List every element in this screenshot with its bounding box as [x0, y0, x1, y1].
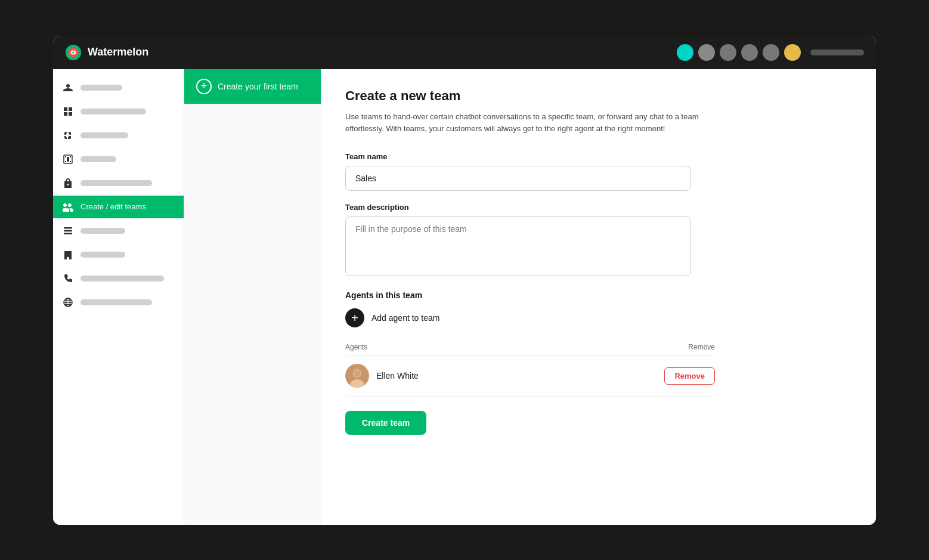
sidebar-item-person[interactable] — [53, 76, 184, 99]
app-title: Watermelon — [88, 46, 148, 58]
sidebar-label-bar-3 — [80, 132, 128, 138]
svg-rect-8 — [70, 161, 71, 162]
topbar-dot-3[interactable] — [720, 44, 736, 61]
team-description-label: Team description — [345, 203, 852, 212]
puzzle-icon — [63, 130, 73, 141]
agent-row: Ellen White Remove — [345, 355, 715, 397]
lock-icon — [63, 178, 73, 188]
sidebar-item-teams-label: Create / edit teams — [80, 202, 146, 211]
sidebar-label-bar-5 — [80, 180, 152, 186]
sidebar-item-list[interactable] — [53, 219, 184, 242]
list-icon — [63, 225, 73, 236]
sidebar-label-bar-9 — [80, 276, 164, 281]
sidebar-item-phone[interactable] — [53, 267, 184, 290]
sidebar-item-film[interactable] — [53, 148, 184, 171]
topbar-dot-6[interactable] — [784, 44, 801, 61]
sidebar-label-bar-1 — [80, 85, 122, 91]
svg-rect-10 — [64, 227, 72, 229]
agent-avatar — [345, 364, 369, 388]
sidebar-item-puzzle[interactable] — [53, 124, 184, 147]
app-window: Watermelon — [53, 36, 876, 525]
svg-rect-9 — [67, 157, 69, 162]
logo-icon — [65, 44, 82, 61]
sidebar-label-bar-4 — [80, 156, 116, 162]
agents-section-title: Agents in this team — [345, 290, 852, 300]
agents-table-header: Agents Remove — [345, 339, 715, 355]
topbar-dot-1[interactable] — [677, 44, 693, 61]
agents-section: Agents in this team + Add agent to team … — [345, 290, 852, 397]
topbar: Watermelon — [53, 36, 876, 69]
agents-column-header: Agents — [345, 343, 367, 351]
svg-rect-5 — [65, 156, 66, 157]
sidebar-item-grid[interactable] — [53, 100, 184, 123]
svg-point-3 — [72, 51, 75, 54]
create-first-team-button[interactable]: + Create your first team — [184, 69, 321, 104]
main-layout: Create / edit teams — [53, 69, 876, 525]
sidebar-item-building[interactable] — [53, 243, 184, 266]
remove-column-header: Remove — [688, 343, 715, 351]
team-description-input[interactable] — [345, 216, 691, 276]
create-first-team-label: Create your first team — [218, 82, 298, 91]
team-name-group: Team name — [345, 152, 852, 191]
team-name-label: Team name — [345, 152, 852, 161]
people-icon — [63, 202, 73, 212]
film-icon — [63, 154, 73, 165]
topbar-dot-4[interactable] — [741, 44, 758, 61]
building-icon — [63, 249, 73, 260]
sidebar-label-bar-10 — [80, 299, 152, 305]
plus-circle-icon: + — [196, 79, 212, 94]
topbar-dot-2[interactable] — [698, 44, 715, 61]
panel-middle: + Create your first team — [184, 69, 321, 525]
page-description: Use teams to hand-over certain chatbot c… — [345, 111, 703, 136]
sidebar-label-bar-7 — [80, 228, 125, 234]
team-name-input[interactable] — [345, 166, 691, 191]
topbar-bar — [810, 49, 864, 55]
sidebar: Create / edit teams — [53, 69, 184, 525]
svg-rect-7 — [65, 161, 66, 162]
sidebar-item-globe[interactable] — [53, 291, 184, 314]
svg-point-21 — [354, 370, 361, 377]
svg-rect-6 — [70, 156, 71, 157]
topbar-dot-5[interactable] — [763, 44, 779, 61]
sidebar-item-teams[interactable]: Create / edit teams — [53, 196, 184, 218]
main-content: Create a new team Use teams to hand-over… — [321, 69, 876, 525]
remove-agent-button[interactable]: Remove — [664, 367, 715, 385]
globe-icon — [63, 297, 73, 308]
grid-icon — [63, 106, 73, 117]
sidebar-item-lock[interactable] — [53, 172, 184, 194]
person-icon — [63, 82, 73, 93]
agent-info: Ellen White — [345, 364, 419, 388]
create-team-button[interactable]: Create team — [345, 411, 426, 435]
topbar-right — [677, 44, 864, 61]
add-agent-label: Add agent to team — [371, 313, 439, 323]
add-agent-button[interactable]: + Add agent to team — [345, 308, 852, 327]
add-agent-plus-icon: + — [345, 308, 364, 327]
agent-name: Ellen White — [376, 371, 419, 380]
sidebar-label-bar-8 — [80, 252, 125, 258]
svg-rect-11 — [64, 230, 72, 231]
page-title: Create a new team — [345, 88, 852, 104]
logo-area: Watermelon — [65, 44, 148, 61]
sidebar-label-bar-2 — [80, 109, 146, 115]
phone-icon — [63, 273, 73, 284]
team-description-group: Team description — [345, 203, 852, 279]
svg-rect-12 — [64, 233, 72, 234]
